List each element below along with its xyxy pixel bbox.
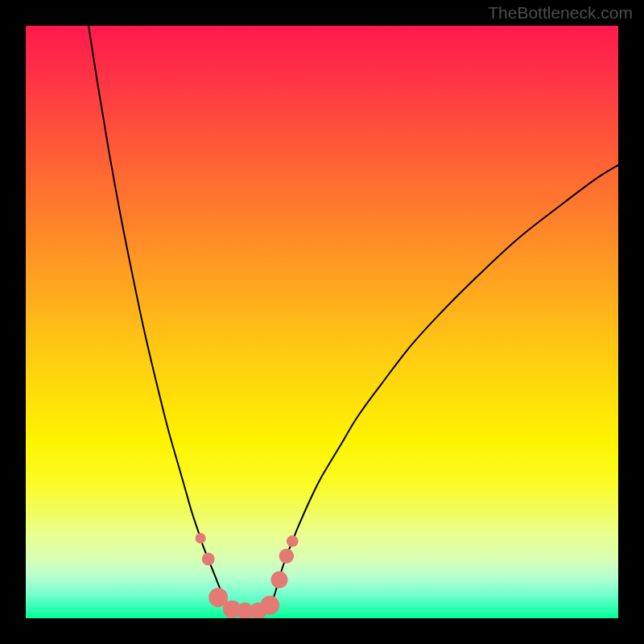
- curve-left-branch: [89, 26, 230, 613]
- marker-point: [202, 552, 215, 565]
- markers-group: [195, 533, 298, 618]
- marker-point: [287, 535, 299, 547]
- marker-point: [279, 548, 295, 564]
- marker-point: [195, 533, 205, 543]
- plot-area: [26, 26, 618, 618]
- chart-svg: [26, 26, 618, 618]
- curve-right-branch: [269, 165, 618, 613]
- watermark-text: TheBottleneck.com: [488, 3, 633, 23]
- marker-point: [270, 572, 287, 588]
- marker-point: [260, 596, 279, 615]
